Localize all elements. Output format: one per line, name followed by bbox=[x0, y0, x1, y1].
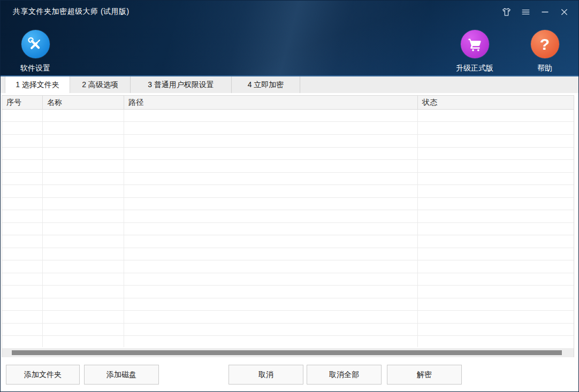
menu-icon[interactable] bbox=[520, 6, 531, 18]
column-divider bbox=[417, 110, 418, 347]
add-folder-button[interactable]: 添加文件夹 bbox=[6, 365, 80, 385]
tab-advanced-options[interactable]: 2 高级选项 bbox=[70, 76, 131, 93]
folder-list-body[interactable] bbox=[2, 110, 574, 347]
column-header-index[interactable]: 序号 bbox=[2, 96, 43, 109]
horizontal-scrollbar-thumb[interactable] bbox=[12, 350, 562, 355]
add-disk-button[interactable]: 添加磁盘 bbox=[84, 365, 159, 385]
column-divider bbox=[42, 110, 43, 347]
minimize-icon[interactable] bbox=[539, 6, 551, 18]
titlebar: 共享文件夹加密超级大师 (试用版) bbox=[1, 1, 578, 23]
upgrade-label: 升级正式版 bbox=[443, 64, 507, 73]
app-header: 共享文件夹加密超级大师 (试用版) bbox=[1, 1, 578, 75]
horizontal-scrollbar[interactable] bbox=[2, 348, 574, 357]
software-settings-button[interactable]: 软件设置 bbox=[9, 30, 62, 73]
column-header-name[interactable]: 名称 bbox=[43, 96, 124, 109]
tab-select-folder[interactable]: 1 选择文件夹 bbox=[5, 76, 70, 93]
folder-list: 序号 名称 路径 状态 bbox=[2, 95, 574, 357]
toolbar: 软件设置 升级正式版 ? 帮助 bbox=[1, 30, 578, 73]
cancel-all-button[interactable]: 取消全部 bbox=[307, 365, 382, 385]
app-title: 共享文件夹加密超级大师 (试用版) bbox=[13, 7, 129, 17]
upgrade-button[interactable]: 升级正式版 bbox=[443, 30, 507, 73]
tab-encrypt-now[interactable]: 4 立即加密 bbox=[232, 76, 300, 93]
column-header-status[interactable]: 状态 bbox=[418, 96, 574, 109]
help-button[interactable]: ? 帮助 bbox=[518, 30, 572, 73]
cart-icon bbox=[461, 30, 489, 58]
wizard-tabbar: 1 选择文件夹 2 高级选项 3 普通用户权限设置 4 立即加密 bbox=[1, 75, 578, 93]
question-icon: ? bbox=[531, 30, 559, 58]
cancel-button[interactable]: 取消 bbox=[228, 365, 303, 385]
window-controls bbox=[501, 6, 570, 18]
footer-actions: 添加文件夹 添加磁盘 取消 取消全部 解密 bbox=[1, 357, 578, 391]
decrypt-button[interactable]: 解密 bbox=[387, 365, 462, 385]
help-label: 帮助 bbox=[518, 64, 572, 73]
column-divider bbox=[124, 110, 124, 347]
column-header-path[interactable]: 路径 bbox=[124, 96, 418, 109]
tools-icon bbox=[21, 30, 50, 58]
tab-content: 序号 名称 路径 状态 添加文件夹 添加磁盘 取消 取消全部 解密 bbox=[1, 95, 578, 391]
tab-user-permissions[interactable]: 3 普通用户权限设置 bbox=[131, 76, 232, 93]
skin-icon[interactable] bbox=[501, 6, 512, 18]
software-settings-label: 软件设置 bbox=[9, 64, 62, 73]
app-window: 共享文件夹加密超级大师 (试用版) bbox=[0, 0, 579, 392]
close-icon[interactable] bbox=[559, 6, 570, 18]
folder-list-header: 序号 名称 路径 状态 bbox=[2, 96, 574, 110]
